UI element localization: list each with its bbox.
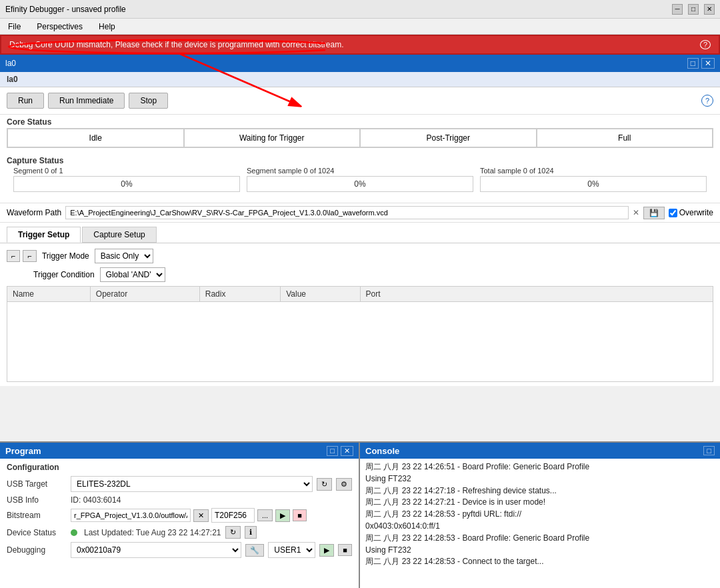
maximize-button[interactable]: □ bbox=[688, 4, 699, 15]
waveform-clear-button[interactable]: ✕ bbox=[633, 208, 639, 217]
trigger-condition-row: Trigger Condition Global 'AND' bbox=[7, 267, 713, 282]
debugging-run-button[interactable]: ▶ bbox=[319, 544, 334, 557]
console-title: Console bbox=[365, 446, 399, 456]
capture-segments-label: Segment 0 of 1 bbox=[13, 167, 240, 175]
debugging-label: Debugging bbox=[7, 545, 67, 555]
error-message: Debug Core UUID mismatch, Please check i… bbox=[9, 40, 344, 49]
console-restore-button[interactable]: □ bbox=[703, 446, 715, 455]
device-status-label: Device Status bbox=[7, 528, 67, 537]
console-line: 0x0403:0x6014:0:ff/1 bbox=[365, 521, 715, 532]
la0-panel: Run Run Immediate Stop ? Core Status Idl… bbox=[0, 87, 720, 386]
error-help-button[interactable]: ? bbox=[700, 40, 711, 49]
la0-tab-label[interactable]: la0 bbox=[5, 59, 16, 68]
core-status-grid: Idle Waiting for Trigger Post-Trigger Fu… bbox=[7, 128, 713, 148]
program-restore-button[interactable]: □ bbox=[327, 446, 338, 456]
menu-bar: File Perspectives Help bbox=[0, 19, 720, 35]
la0-section-title: la0 bbox=[0, 72, 720, 87]
menu-perspectives[interactable]: Perspectives bbox=[31, 21, 88, 33]
capture-status-label: Capture Status bbox=[0, 153, 720, 167]
trigger-remove-icon[interactable]: ⌐ bbox=[23, 250, 36, 262]
menu-file[interactable]: File bbox=[3, 21, 26, 33]
bitstream-stop-button[interactable]: ■ bbox=[293, 509, 307, 521]
tab-capture-setup[interactable]: Capture Setup bbox=[82, 227, 156, 243]
stop-button[interactable]: Stop bbox=[129, 93, 168, 109]
console-line: 周二 八月 23 22 14:28:53 - pyftdi URL: ftdi:… bbox=[365, 509, 715, 520]
trigger-mode-select[interactable]: Basic Only bbox=[95, 249, 153, 263]
window-title: Efinity Debugger - unsaved profile bbox=[5, 5, 126, 14]
console-line: 周二 八月 23 22 14:28:53 - Board Profile: Ge… bbox=[365, 533, 715, 544]
error-banner: Debug Core UUID mismatch, Please check i… bbox=[0, 35, 720, 55]
usb-info-label: USB Info bbox=[7, 495, 67, 505]
title-bar-controls[interactable]: ─ □ ✕ bbox=[672, 4, 715, 15]
console-line: 周二 八月 23 22 14:28:53 - Connect to the ta… bbox=[365, 556, 715, 567]
title-bar: Efinity Debugger - unsaved profile ─ □ ✕ bbox=[0, 0, 720, 19]
col-value: Value bbox=[281, 287, 360, 302]
trigger-condition-select[interactable]: Global 'AND' bbox=[100, 267, 165, 282]
capture-total-sample-value: 0% bbox=[480, 176, 707, 192]
program-close-button[interactable]: ✕ bbox=[341, 446, 353, 456]
console-line: Using FT232 bbox=[365, 545, 715, 556]
minimize-button[interactable]: ─ bbox=[672, 4, 683, 15]
status-post-trigger: Post-Trigger bbox=[360, 129, 537, 147]
trigger-setup-panel: ⌐ ⌐ Trigger Mode Basic Only Trigger Cond… bbox=[0, 243, 720, 386]
tab-trigger-setup[interactable]: Trigger Setup bbox=[7, 227, 81, 243]
bitstream-program-button[interactable]: ▶ bbox=[275, 509, 290, 522]
console-content[interactable]: 周二 八月 23 22 14:26:51 - Board Profile: Ge… bbox=[360, 459, 720, 588]
debugging-load-button[interactable]: 🔧 bbox=[245, 544, 264, 557]
device-status-row: Device Status Last Updated: Tue Aug 23 2… bbox=[7, 526, 352, 539]
capture-total-sample-label: Total sample 0 of 1024 bbox=[480, 167, 707, 175]
col-name: Name bbox=[7, 287, 91, 302]
trigger-mode-row: ⌐ ⌐ Trigger Mode Basic Only bbox=[7, 249, 713, 263]
config-label: Configuration bbox=[7, 463, 352, 472]
usb-info-value: ID: 0403:6014 bbox=[71, 495, 121, 505]
bottom-section: Program □ ✕ Configuration USB Target ELI… bbox=[0, 441, 720, 588]
usb-refresh-button[interactable]: ↻ bbox=[317, 478, 332, 491]
col-radix: Radix bbox=[199, 287, 280, 302]
help-icon[interactable]: ? bbox=[701, 95, 713, 107]
program-title-bar: Program □ ✕ bbox=[0, 443, 359, 459]
debugging-stop-button[interactable]: ■ bbox=[338, 544, 352, 556]
bitstream-browse-button[interactable]: ... bbox=[257, 509, 273, 521]
menu-help[interactable]: Help bbox=[93, 21, 121, 33]
status-full: Full bbox=[537, 129, 713, 147]
trigger-add-icon[interactable]: ⌐ bbox=[7, 250, 20, 262]
bitstream-row: Bitstream ✕ ... ▶ ■ bbox=[7, 508, 352, 523]
waveform-row: Waveform Path ✕ 💾 Overwrite bbox=[0, 203, 720, 223]
device-refresh-button[interactable]: ↻ bbox=[225, 526, 241, 539]
col-operator: Operator bbox=[90, 287, 199, 302]
bitstream-type-input[interactable] bbox=[211, 508, 255, 523]
capture-segment-sample-value: 0% bbox=[247, 176, 473, 192]
overwrite-checkbox[interactable] bbox=[669, 209, 677, 217]
console-line: 周二 八月 23 22 14:26:51 - Board Profile: Ge… bbox=[365, 461, 715, 473]
waveform-path-input[interactable] bbox=[65, 206, 628, 219]
run-immediate-button[interactable]: Run Immediate bbox=[48, 93, 125, 109]
tabs-row: Trigger Setup Capture Setup bbox=[0, 223, 720, 243]
trigger-icon-group: ⌐ ⌐ bbox=[7, 250, 37, 262]
waveform-save-button[interactable]: 💾 bbox=[643, 207, 665, 219]
la0-restore-button[interactable]: □ bbox=[687, 58, 699, 69]
overwrite-wrap: Overwrite bbox=[669, 208, 713, 217]
close-button[interactable]: ✕ bbox=[704, 4, 715, 15]
overwrite-label: Overwrite bbox=[679, 208, 713, 217]
bitstream-clear-button[interactable]: ✕ bbox=[193, 509, 209, 522]
run-button[interactable]: Run bbox=[7, 93, 44, 109]
console-title-bar: Console □ bbox=[360, 443, 720, 459]
user-select[interactable]: USER1 bbox=[268, 542, 315, 558]
la0-close-button[interactable]: ✕ bbox=[701, 58, 715, 69]
console-line: 周二 八月 23 22 14:27:18 - Refreshing device… bbox=[365, 485, 715, 497]
program-title: Program bbox=[5, 446, 41, 456]
debugging-select[interactable]: 0x00210a79 bbox=[71, 542, 241, 558]
la0-tab-controls[interactable]: □ ✕ bbox=[687, 58, 715, 69]
device-info-button[interactable]: ℹ bbox=[245, 526, 257, 539]
program-panel: Program □ ✕ Configuration USB Target ELI… bbox=[0, 443, 360, 588]
usb-target-select[interactable]: ELITES-232DL bbox=[71, 476, 313, 492]
waveform-label: Waveform Path bbox=[7, 208, 61, 217]
usb-settings-button[interactable]: ⚙ bbox=[336, 478, 352, 491]
bitstream-input[interactable] bbox=[71, 509, 191, 522]
capture-segments-value: 0% bbox=[13, 176, 240, 192]
usb-info-row: USB Info ID: 0403:6014 bbox=[7, 495, 352, 505]
trigger-table: Name Operator Radix Value Port bbox=[7, 286, 713, 382]
capture-total-sample: Total sample 0 of 1024 0% bbox=[480, 167, 707, 192]
status-waiting: Waiting for Trigger bbox=[184, 129, 361, 147]
console-panel: Console □ 周二 八月 23 22 14:26:51 - Board P… bbox=[360, 443, 720, 588]
